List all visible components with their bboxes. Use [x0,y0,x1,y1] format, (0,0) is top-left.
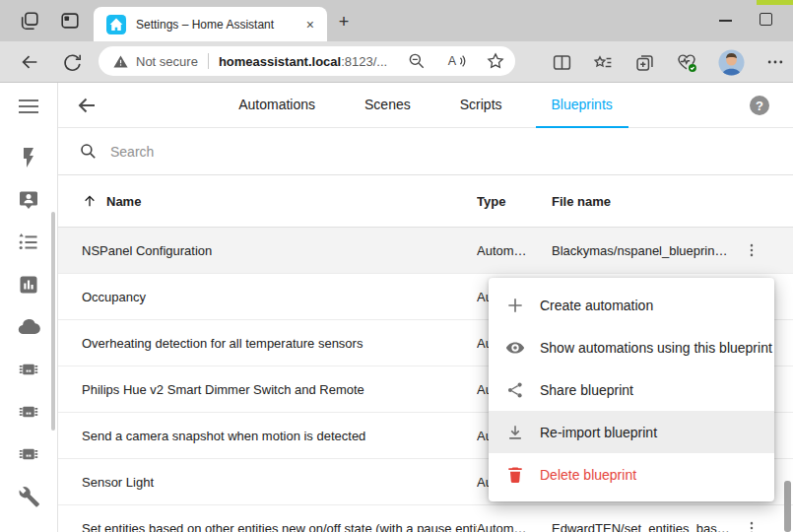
tab-automations[interactable]: Automations [223,83,331,128]
ellipsis-icon[interactable] [765,52,785,72]
favorite-star-icon[interactable] [486,51,505,71]
tab-workspaces-button[interactable] [18,10,41,32]
menu-item-delete-blueprint[interactable]: Delete blueprint [489,453,774,496]
tab-stack-add-icon[interactable] [634,52,655,73]
chip-icon[interactable] [17,400,40,424]
browser-tab[interactable]: Settings – Home Assistant × [94,7,327,41]
tab-blueprints[interactable]: Blueprints [536,83,628,128]
tab-workspaces-icon [19,10,40,32]
column-type[interactable]: Type [477,194,552,209]
browser-essentials-icon[interactable] [676,51,697,73]
kebab-icon[interactable] [732,519,771,532]
search-input[interactable] [108,143,522,161]
column-file-name[interactable]: File name [552,194,732,209]
url-host: homeassistant.local [219,54,341,69]
tab-layout-icon [59,10,81,32]
profile-avatar[interactable] [718,49,745,76]
menu-item-reimport-blueprint[interactable]: Re-import blueprint [489,411,774,453]
download-icon [505,423,525,442]
help-button[interactable]: ? [750,96,769,115]
eye-icon [505,338,525,358]
blueprint-context-menu: Create automation Show automations using… [489,278,774,501]
ha-favicon [106,15,126,34]
back-icon [19,51,40,73]
table-header: Name Type File name [58,175,793,228]
url-text[interactable]: homeassistant.local:8123/... [219,54,399,69]
sort-up-icon [82,193,98,209]
wrench-icon[interactable] [17,485,40,508]
share-icon [505,380,525,400]
screen-edge-artifact [757,0,793,5]
new-tab-button[interactable]: + [333,11,355,33]
zoom-out-icon[interactable] [407,51,427,71]
settings-tabs: Automations Scenes Scripts Blueprints [58,83,793,128]
page-scrollbar[interactable] [784,481,791,532]
trash-icon [505,465,525,485]
bulleted-list-icon[interactable] [17,231,40,254]
menu-item-share-blueprint[interactable]: Share blueprint [489,368,774,411]
maximize-button[interactable] [760,13,772,26]
menu-item-create-automation[interactable]: Create automation [489,284,774,326]
search-icon [79,142,98,161]
refresh-icon [62,52,83,73]
app-header: Automations Scenes Scripts Blueprints ? [58,83,793,128]
tab-scenes[interactable]: Scenes [349,83,427,128]
chip-icon[interactable] [17,442,40,466]
search-bar [58,128,793,175]
tab-layout-button[interactable] [58,10,82,32]
person-badge-icon[interactable] [17,188,40,212]
tab-scripts[interactable]: Scripts [444,83,518,128]
svg-text:A: A [448,54,457,68]
warning-icon [112,53,129,70]
table-row[interactable]: Set entities based on other entities new… [58,505,793,532]
chip-icon[interactable] [17,358,40,381]
refresh-button[interactable] [60,50,84,74]
url-path: :8123/... [341,54,387,69]
read-aloud-icon[interactable]: A [446,51,466,71]
address-bar[interactable]: Not secure homeassistant.local:8123/... … [99,46,515,76]
sidebar [0,83,58,532]
menu-item-show-automations[interactable]: Show automations using this blueprint [489,326,774,368]
browser-toolbar: Not secure homeassistant.local:8123/... … [0,41,793,83]
tab-title: Settings – Home Assistant [136,18,301,32]
browser-tab-bar: Settings – Home Assistant × + [0,0,793,41]
back-button[interactable] [18,50,41,74]
cloud-icon[interactable] [17,315,40,339]
split-screen-icon[interactable] [552,52,572,73]
url-divider [208,53,209,69]
minimize-button[interactable] [715,12,735,30]
table-row[interactable]: NSPanel Configuration Autom… Blackymas/n… [58,228,793,274]
energy-bolt-icon[interactable] [17,146,40,169]
bar-chart-box-icon[interactable] [17,273,40,297]
hamburger-button[interactable] [17,95,40,118]
plus-icon [505,296,525,315]
kebab-icon[interactable] [732,241,771,259]
column-name[interactable]: Name [82,193,477,209]
security-label[interactable]: Not secure [136,54,198,69]
tab-close-icon[interactable]: × [301,18,319,32]
collections-icon[interactable] [593,52,614,73]
sidebar-scrollbar[interactable] [51,212,55,431]
